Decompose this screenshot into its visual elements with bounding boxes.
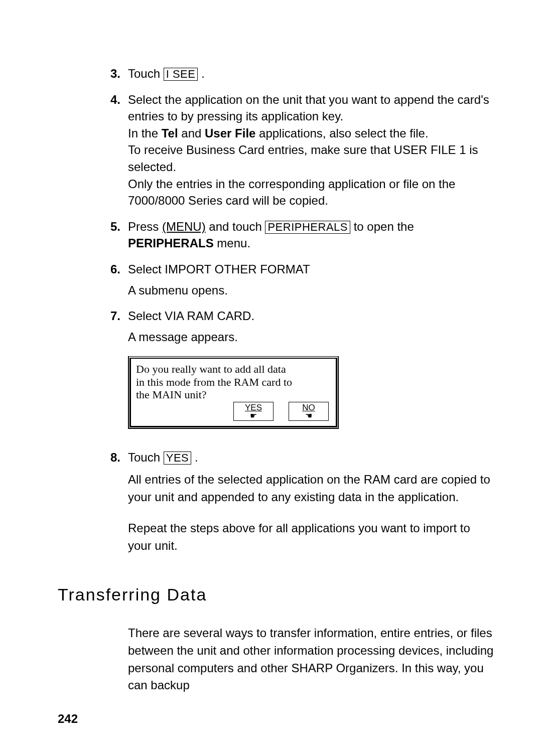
step4-para-d: Only the entries in the corresponding ap… <box>128 176 497 209</box>
dialog-line2: in this mode from the RAM card to <box>136 376 331 388</box>
tel-label: Tel <box>162 126 178 140</box>
section-title: Transferring Data <box>58 585 497 604</box>
step4-para-a: Select the application on the unit that … <box>128 91 497 125</box>
text: Press <box>128 220 162 233</box>
step3-text2: . <box>201 67 205 80</box>
step-body: Touch I SEE . <box>128 65 497 82</box>
yes-button[interactable]: YES <box>164 451 192 465</box>
text: to open the <box>350 220 414 233</box>
text: Touch <box>128 450 164 464</box>
step-4: 4. Select the application on the unit th… <box>83 91 497 209</box>
step-number: 8. <box>83 449 128 555</box>
page-number: 242 <box>58 712 78 726</box>
text: applications, also select the file. <box>255 126 428 140</box>
step6-line2: A submenu opens. <box>128 282 497 299</box>
step-number: 3. <box>83 65 128 82</box>
step8-para1: All entries of the selected application … <box>128 471 497 506</box>
text: menu. <box>214 236 250 250</box>
step4-para-b: In the Tel and User File applications, a… <box>128 125 497 142</box>
i-see-button[interactable]: I SEE <box>164 68 198 81</box>
text: and <box>178 126 205 140</box>
text: and touch <box>206 220 265 233</box>
step7-line1: Select VIA RAM CARD. <box>128 308 497 325</box>
step-body: Select IMPORT OTHER FORMAT A submenu ope… <box>128 261 497 298</box>
text: . <box>191 450 198 464</box>
no-label: NO <box>289 402 328 412</box>
step-body: Press (MENU) and touch PERIPHERALS to op… <box>128 218 497 252</box>
step-number: 7. <box>83 308 128 345</box>
dialog-line1: Do you really want to add all data <box>136 363 331 375</box>
hand-right-icon: ☛ <box>234 412 273 420</box>
step-body: Touch YES . All entries of the selected … <box>128 449 497 555</box>
text: In the <box>128 126 162 140</box>
dialog-message: Do you really want to add all data in th… <box>131 359 336 402</box>
step-3: 3. Touch I SEE . <box>83 65 497 82</box>
step-6: 6. Select IMPORT OTHER FORMAT A submenu … <box>83 261 497 298</box>
step-number: 6. <box>83 261 128 298</box>
step-number: 5. <box>83 218 128 252</box>
step-8: 8. Touch YES . All entries of the select… <box>83 449 497 555</box>
peripherals-label: PERIPHERALS <box>128 236 214 250</box>
step6-line1: Select IMPORT OTHER FORMAT <box>128 261 497 278</box>
step-5: 5. Press (MENU) and touch PERIPHERALS to… <box>83 218 497 252</box>
step3-text1: Touch <box>128 67 164 80</box>
step-body: Select the application on the unit that … <box>128 91 497 209</box>
dialog-no-button[interactable]: NO ☚ <box>289 402 329 421</box>
hand-left-icon: ☚ <box>289 412 328 420</box>
user-file-label: User File <box>205 126 255 140</box>
step8-para2: Repeat the steps above for all applicati… <box>128 520 497 555</box>
section-paragraph: There are several ways to transfer infor… <box>128 625 497 694</box>
dialog-yes-button[interactable]: YES ☛ <box>233 402 274 421</box>
step-7: 7. Select VIA RAM CARD. A message appear… <box>83 308 497 345</box>
peripherals-button[interactable]: PERIPHERALS <box>265 221 350 234</box>
step-body: Select VIA RAM CARD. A message appears. <box>128 308 497 345</box>
confirm-dialog: Do you really want to add all data in th… <box>128 356 339 429</box>
step7-line2: A message appears. <box>128 329 497 346</box>
yes-label: YES <box>234 402 273 412</box>
menu-key[interactable]: (MENU) <box>162 220 206 233</box>
step-number: 4. <box>83 91 128 209</box>
step4-para-c: To receive Business Card entries, make s… <box>128 141 497 175</box>
dialog-line3: the MAIN unit? <box>136 388 331 401</box>
